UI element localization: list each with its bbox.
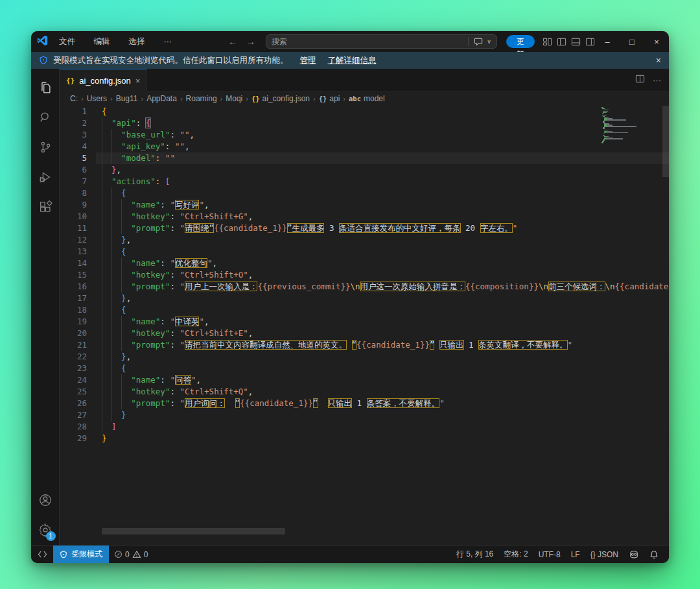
chat-button[interactable]: ∨: [469, 37, 496, 46]
code-line[interactable]: 8{: [60, 187, 669, 199]
breadcrumb-item[interactable]: {}ai_config.json: [251, 94, 310, 103]
nav-back-icon[interactable]: ←: [228, 36, 237, 47]
chevron-down-icon[interactable]: ∨: [487, 38, 491, 45]
indent-guide: [111, 339, 112, 351]
tab-close-icon[interactable]: ×: [135, 76, 141, 86]
code-line[interactable]: 12},: [60, 234, 669, 246]
restricted-mode-status[interactable]: 受限模式: [53, 546, 109, 564]
extensions-icon[interactable]: [31, 192, 60, 222]
token-cjk: 字左右。: [480, 223, 513, 233]
customize-layout-icon[interactable]: [542, 37, 552, 47]
token-str: [318, 398, 328, 408]
code-line[interactable]: 10"hotkey": "Ctrl+Shift+G",: [60, 211, 669, 222]
toggle-secondary-sidebar-icon[interactable]: [585, 37, 595, 47]
minimize-button[interactable]: –: [595, 31, 620, 52]
code-line[interactable]: 29}: [60, 433, 669, 444]
token-str: ": [568, 340, 573, 350]
status-item[interactable]: UTF-8: [533, 547, 566, 562]
vertical-scrollbar[interactable]: [662, 106, 669, 177]
code-line[interactable]: 1{: [60, 106, 669, 117]
code-line[interactable]: 2"api": {: [60, 117, 669, 129]
breadcrumb-separator: ›: [180, 95, 183, 102]
nav-forward-icon[interactable]: →: [246, 36, 255, 47]
code-line[interactable]: 28]: [60, 421, 669, 433]
breadcrumb-item[interactable]: Users: [87, 94, 107, 103]
breadcrumb-item[interactable]: Bug11: [116, 94, 138, 103]
remote-indicator-icon[interactable]: [31, 546, 53, 564]
code-line[interactable]: 16"prompt": "用户上一次输入是：{{previous_commit}…: [60, 281, 669, 293]
maximize-button[interactable]: □: [620, 31, 644, 52]
breadcrumb-item[interactable]: Moqi: [226, 94, 242, 103]
code-line[interactable]: 6},: [60, 164, 669, 176]
breadcrumb-item[interactable]: C:: [70, 94, 78, 103]
breadcrumb-item[interactable]: abcmodel: [349, 94, 385, 103]
menu-e[interactable]: 编辑(E): [88, 34, 122, 49]
line-number: 18: [60, 304, 87, 316]
close-button[interactable]: ×: [644, 31, 669, 52]
update-button[interactable]: 更新: [506, 35, 535, 48]
manage-link[interactable]: 管理: [300, 55, 316, 66]
code-line[interactable]: 23{: [60, 363, 669, 374]
token-pun: :: [170, 130, 180, 139]
run-debug-icon[interactable]: [31, 162, 60, 192]
more-actions-icon[interactable]: ···: [653, 75, 661, 85]
search-icon[interactable]: [31, 102, 60, 132]
code-line[interactable]: 14"name": "优化整句",: [60, 258, 669, 269]
breadcrumb-item[interactable]: AppData: [146, 94, 177, 103]
code-line[interactable]: 15"hotkey": "Ctrl+Shift+O",: [60, 269, 669, 281]
line-number: 20: [60, 328, 87, 339]
banner-close-icon[interactable]: ×: [656, 55, 661, 66]
code-line[interactable]: 24"name": "问答",: [60, 374, 669, 386]
menu-f[interactable]: 文件(F): [53, 34, 88, 49]
explorer-icon[interactable]: [31, 73, 60, 102]
code-line[interactable]: 18{: [60, 304, 669, 316]
command-center-search[interactable]: 搜索 ∨: [266, 34, 497, 49]
settings-icon[interactable]: 1: [31, 515, 60, 545]
split-editor-icon[interactable]: [635, 74, 645, 86]
status-item[interactable]: LF: [566, 547, 585, 562]
code-line[interactable]: 25"hotkey": "Ctrl+Shift+Q",: [60, 386, 669, 398]
code-line[interactable]: 17},: [60, 293, 669, 304]
indent-guide: [111, 293, 112, 304]
code-line[interactable]: 22},: [60, 351, 669, 363]
code-line[interactable]: 27}: [60, 409, 669, 421]
copilot-status-icon[interactable]: [624, 547, 644, 562]
notifications-bell-icon[interactable]: [644, 547, 664, 562]
token-key: "name": [131, 258, 160, 268]
menu-s[interactable]: 选择(S): [122, 34, 158, 49]
code-line[interactable]: 11"prompt": "请围绕“{{candidate_1}}”生成最多 3 …: [60, 222, 669, 234]
search-input[interactable]: 搜索: [266, 36, 468, 47]
horizontal-scrollbar[interactable]: [102, 528, 285, 535]
string-symbol-icon: abc: [349, 95, 361, 102]
breadcrumb-item[interactable]: {}api: [319, 94, 340, 103]
token-str: ": [439, 398, 445, 408]
status-item[interactable]: {} JSON: [585, 547, 624, 562]
status-item[interactable]: 行 5, 列 16: [451, 547, 498, 562]
status-item[interactable]: 空格: 2: [498, 547, 533, 562]
code-line[interactable]: 7"actions": [: [60, 176, 669, 187]
code-line[interactable]: 5"model": "": [60, 152, 669, 164]
code-line[interactable]: 13{: [60, 246, 669, 258]
code-line[interactable]: 26"prompt": "用户询问： “{{candidate_1}}” 只输出…: [60, 398, 669, 409]
code-line[interactable]: 4"api_key": "",: [60, 141, 669, 152]
token-str: ": [170, 375, 175, 385]
source-control-icon[interactable]: [31, 132, 60, 162]
toggle-sidebar-icon[interactable]: [557, 37, 566, 47]
account-icon[interactable]: [31, 485, 60, 515]
code-line[interactable]: 19"name": "中译英",: [60, 316, 669, 328]
learn-more-link[interactable]: 了解详细信息: [328, 55, 377, 66]
code-editor[interactable]: 1{2"api": {3"base_url": "",4"api_key": "…: [60, 106, 669, 537]
code-line[interactable]: 3"base_url": "",: [60, 129, 669, 141]
code-line[interactable]: 9"name": "写好评",: [60, 199, 669, 211]
breadcrumb-item[interactable]: Roaming: [186, 94, 217, 103]
code-line[interactable]: 20"hotkey": "Ctrl+Shift+E",: [60, 328, 669, 339]
indent-guide: [111, 374, 112, 386]
tab-ai-config-json[interactable]: {} ai_config.json ×: [60, 69, 147, 91]
problems-status[interactable]: 0 0: [109, 547, 153, 562]
code-line[interactable]: 21"prompt": "请把当前中文内容翻译成自然、地道的英文。 “{{can…: [60, 339, 669, 351]
toggle-panel-icon[interactable]: [571, 37, 581, 47]
menu-[interactable]: ···: [158, 34, 178, 49]
shield-icon: [60, 551, 67, 559]
minimap[interactable]: [601, 107, 660, 147]
warning-icon: [132, 550, 141, 559]
